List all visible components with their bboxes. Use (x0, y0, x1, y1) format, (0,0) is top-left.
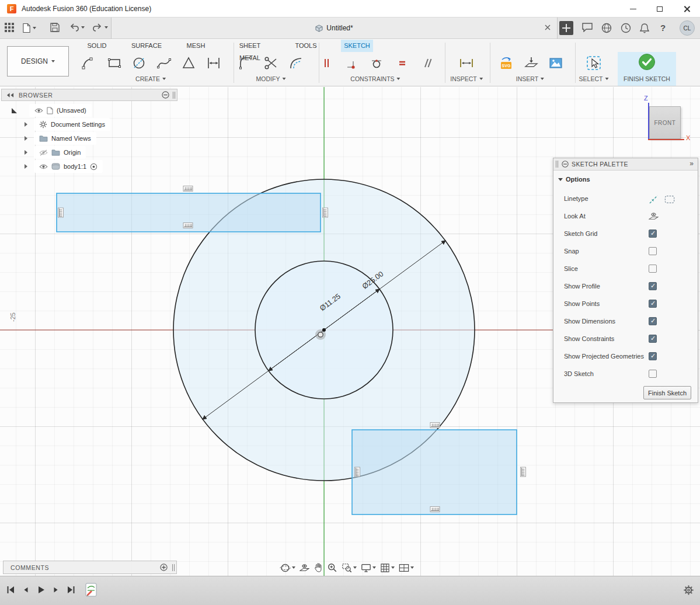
maximize-button[interactable] (646, 0, 673, 18)
redo-button[interactable] (92, 23, 108, 32)
look-at-button[interactable] (299, 564, 309, 572)
polygon-tool-button[interactable] (180, 54, 197, 72)
file-menu-button[interactable] (22, 23, 36, 33)
sketch-dimension-tool-button[interactable] (205, 54, 222, 72)
tangent-constraint-button[interactable] (368, 54, 385, 72)
construction-linetype-icon[interactable] (649, 194, 659, 204)
workspace-selector-button[interactable]: DESIGN (7, 46, 69, 77)
sketch-3d-checkbox[interactable] (649, 370, 657, 378)
origin-point[interactable] (322, 328, 326, 332)
step-forward-button[interactable] (52, 585, 60, 594)
user-avatar[interactable]: CL (680, 20, 695, 36)
finish-sketch-button[interactable] (638, 53, 656, 71)
select-group-dropdown[interactable]: SELECT (579, 75, 609, 82)
tab-tools[interactable]: TOOLS (295, 40, 317, 52)
add-comment-icon[interactable] (160, 564, 168, 571)
pan-button[interactable] (314, 562, 323, 573)
finish-sketch-palette-button[interactable]: Finish Sketch (643, 386, 691, 399)
new-document-button[interactable] (559, 21, 573, 35)
step-back-button[interactable] (22, 585, 30, 594)
constraint-glyph[interactable] (323, 208, 328, 217)
zoom-button[interactable] (327, 562, 337, 573)
center-point[interactable] (318, 332, 323, 337)
comments-toolbar-button[interactable] (582, 23, 593, 32)
trim-tool-button[interactable] (262, 54, 280, 72)
insert-mesh-button[interactable] (523, 54, 540, 72)
browser-grip[interactable] (173, 92, 175, 99)
show-points-checkbox[interactable] (649, 300, 657, 308)
fillet-tool-button[interactable] (237, 54, 255, 72)
browser-item-document-settings[interactable]: Document Settings (34, 118, 110, 131)
data-panel-toggle-button[interactable] (5, 23, 14, 32)
eye-icon[interactable] (39, 164, 48, 170)
fit-button[interactable] (342, 562, 357, 573)
browser-item-named-views[interactable]: Named Views (34, 132, 96, 145)
timeline-settings-button[interactable] (683, 585, 694, 598)
measure-tool-button[interactable] (458, 54, 475, 72)
palette-minimize-icon[interactable] (562, 161, 569, 168)
look-at-icon[interactable] (649, 212, 659, 221)
timeline-sketch-feature[interactable] (85, 582, 97, 600)
tab-mesh[interactable]: MESH (186, 40, 206, 52)
extensions-button[interactable] (601, 23, 612, 33)
expand-caret-icon[interactable] (25, 150, 27, 155)
coincident-constraint-button[interactable] (343, 54, 360, 72)
tab-sketch[interactable]: SKETCH (341, 40, 373, 52)
grid-settings-button[interactable] (380, 563, 395, 573)
browser-item-origin[interactable]: Origin (34, 146, 86, 159)
slice-checkbox[interactable] (649, 265, 657, 273)
document-tab-close-button[interactable] (544, 24, 551, 33)
insert-svg-button[interactable]: SVG (497, 54, 515, 72)
job-status-button[interactable] (621, 23, 631, 33)
sketch-arc-tool-button[interactable] (80, 54, 97, 72)
modify-group-dropdown[interactable]: MODIFY (256, 75, 286, 82)
insert-group-dropdown[interactable]: INSERT (516, 75, 544, 82)
parallel-constraint-button[interactable] (419, 54, 436, 72)
tab-surface[interactable]: SURFACE (131, 40, 162, 52)
expand-caret-icon[interactable] (25, 164, 27, 169)
show-profile-checkbox[interactable] (649, 282, 657, 290)
browser-item-body[interactable]: body1:1 (34, 160, 103, 173)
expand-caret-icon[interactable] (25, 136, 27, 141)
tab-sheet-metal[interactable]: SHEET METAL (229, 40, 271, 52)
orbit-button[interactable] (280, 562, 295, 573)
show-projected-geometries-checkbox[interactable] (649, 352, 657, 360)
collapse-browser-icon[interactable] (6, 92, 14, 98)
expand-caret-icon[interactable] (25, 122, 27, 127)
constraint-glyph[interactable] (430, 507, 440, 512)
inspect-group-dropdown[interactable]: INSPECT (450, 75, 483, 82)
browser-item-document[interactable]: (Unsaved) (29, 104, 92, 117)
selected-rectangle-bottom[interactable] (352, 430, 517, 514)
circle-tool-button[interactable] (130, 54, 148, 72)
eye-off-icon[interactable] (39, 149, 48, 156)
show-dimensions-checkbox[interactable] (649, 317, 657, 325)
sketch-grid-checkbox[interactable] (649, 230, 657, 238)
snap-checkbox[interactable] (649, 247, 657, 255)
spline-tool-button[interactable] (155, 54, 173, 72)
save-button[interactable] (50, 23, 60, 32)
close-button[interactable] (673, 0, 700, 18)
undo-button[interactable] (69, 23, 85, 32)
fixed-linetype-icon[interactable] (664, 195, 675, 204)
insert-canvas-button[interactable] (547, 54, 565, 72)
constraint-glyph[interactable] (430, 423, 440, 428)
constraint-glyph[interactable] (355, 467, 360, 477)
minimize-button[interactable] (619, 0, 646, 18)
play-button[interactable] (36, 585, 46, 594)
viewports-button[interactable] (399, 564, 414, 572)
display-settings-button[interactable] (361, 563, 376, 573)
show-constraints-checkbox[interactable] (649, 335, 657, 343)
palette-grip[interactable] (556, 161, 558, 168)
document-tab[interactable]: Untitled* (111, 18, 558, 39)
comments-grip[interactable] (172, 564, 175, 571)
constraint-glyph[interactable] (183, 186, 193, 192)
browser-minimize-icon[interactable] (162, 91, 169, 99)
palette-expand-icon[interactable]: » (689, 159, 694, 168)
eye-icon[interactable] (34, 107, 43, 114)
offset-tool-button[interactable] (287, 54, 305, 72)
horizontal-vertical-constraint-button[interactable] (318, 54, 336, 72)
select-tool-button[interactable] (585, 54, 603, 72)
equal-constraint-button[interactable] (393, 54, 411, 72)
create-group-dropdown[interactable]: CREATE (135, 75, 166, 82)
activate-radio-icon[interactable] (90, 163, 97, 171)
